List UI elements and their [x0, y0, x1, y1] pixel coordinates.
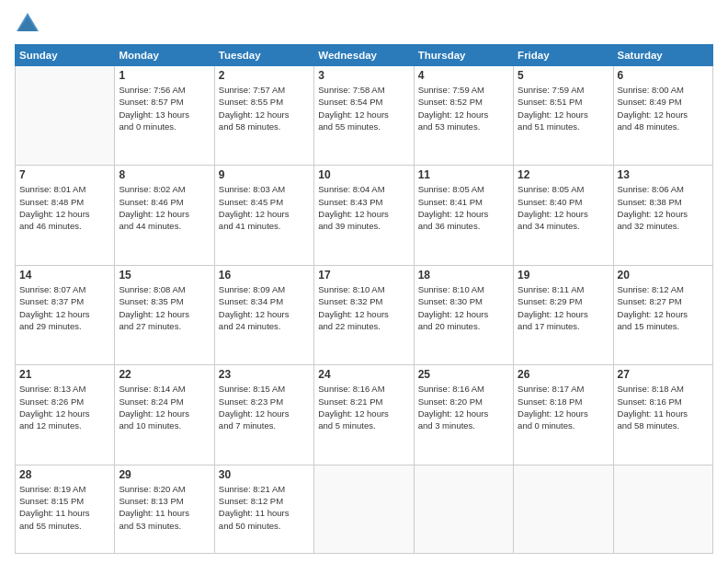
day-info: Sunrise: 8:16 AM Sunset: 8:20 PM Dayligh…: [418, 383, 509, 431]
day-number: 12: [518, 168, 609, 181]
day-info: Sunrise: 8:09 AM Sunset: 8:34 PM Dayligh…: [219, 283, 310, 332]
day-number: 14: [19, 269, 110, 282]
day-number: 7: [19, 168, 110, 181]
week-row-2: 7Sunrise: 8:01 AM Sunset: 8:48 PM Daylig…: [16, 166, 713, 265]
day-info: Sunrise: 8:04 AM Sunset: 8:43 PM Dayligh…: [318, 183, 409, 232]
day-info: Sunrise: 7:57 AM Sunset: 8:55 PM Dayligh…: [219, 84, 310, 132]
day-number: 16: [219, 269, 310, 282]
week-row-5: 28Sunrise: 8:19 AM Sunset: 8:15 PM Dayli…: [16, 465, 713, 553]
day-info: Sunrise: 7:56 AM Sunset: 8:57 PM Dayligh…: [119, 84, 210, 132]
day-info: Sunrise: 8:05 AM Sunset: 8:40 PM Dayligh…: [518, 183, 609, 232]
day-info: Sunrise: 7:58 AM Sunset: 8:54 PM Dayligh…: [318, 84, 409, 132]
weekday-header-wednesday: Wednesday: [314, 45, 414, 66]
day-info: Sunrise: 8:07 AM Sunset: 8:37 PM Dayligh…: [19, 283, 110, 332]
day-cell: 11Sunrise: 8:05 AM Sunset: 8:41 PM Dayli…: [414, 166, 513, 265]
day-cell: 12Sunrise: 8:05 AM Sunset: 8:40 PM Dayli…: [514, 166, 613, 265]
day-number: 1: [119, 69, 210, 82]
day-info: Sunrise: 8:20 AM Sunset: 8:13 PM Dayligh…: [119, 483, 210, 532]
day-cell: 7Sunrise: 8:01 AM Sunset: 8:48 PM Daylig…: [16, 166, 115, 265]
week-row-4: 21Sunrise: 8:13 AM Sunset: 8:26 PM Dayli…: [16, 365, 713, 465]
day-info: Sunrise: 8:10 AM Sunset: 8:32 PM Dayligh…: [318, 283, 409, 332]
day-info: Sunrise: 8:21 AM Sunset: 8:12 PM Dayligh…: [219, 483, 310, 532]
day-number: 30: [219, 468, 310, 481]
day-info: Sunrise: 7:59 AM Sunset: 8:52 PM Dayligh…: [418, 84, 509, 132]
day-info: Sunrise: 8:10 AM Sunset: 8:30 PM Dayligh…: [418, 283, 509, 332]
day-cell: 23Sunrise: 8:15 AM Sunset: 8:23 PM Dayli…: [214, 365, 313, 465]
day-cell: 1Sunrise: 7:56 AM Sunset: 8:57 PM Daylig…: [115, 66, 214, 166]
day-cell: 13Sunrise: 8:06 AM Sunset: 8:38 PM Dayli…: [613, 166, 712, 265]
day-cell: [414, 465, 513, 553]
day-info: Sunrise: 8:14 AM Sunset: 8:24 PM Dayligh…: [119, 383, 210, 431]
weekday-header-friday: Friday: [514, 45, 613, 66]
day-number: 19: [518, 269, 609, 282]
day-info: Sunrise: 8:06 AM Sunset: 8:38 PM Dayligh…: [618, 183, 709, 232]
day-cell: 19Sunrise: 8:11 AM Sunset: 8:29 PM Dayli…: [514, 265, 613, 364]
day-info: Sunrise: 8:16 AM Sunset: 8:21 PM Dayligh…: [318, 383, 409, 431]
day-info: Sunrise: 8:19 AM Sunset: 8:15 PM Dayligh…: [19, 483, 110, 532]
day-info: Sunrise: 7:59 AM Sunset: 8:51 PM Dayligh…: [518, 84, 609, 132]
weekday-header-monday: Monday: [115, 45, 214, 66]
day-cell: [613, 465, 712, 553]
page: SundayMondayTuesdayWednesdayThursdayFrid…: [0, 0, 728, 563]
day-info: Sunrise: 8:15 AM Sunset: 8:23 PM Dayligh…: [219, 383, 310, 431]
day-info: Sunrise: 8:01 AM Sunset: 8:48 PM Dayligh…: [19, 183, 110, 232]
day-number: 29: [119, 468, 210, 481]
day-number: 17: [318, 269, 409, 282]
day-cell: 30Sunrise: 8:21 AM Sunset: 8:12 PM Dayli…: [214, 465, 313, 553]
day-info: Sunrise: 8:11 AM Sunset: 8:29 PM Dayligh…: [518, 283, 609, 332]
day-number: 21: [19, 368, 110, 381]
logo-icon: [15, 11, 40, 37]
day-number: 10: [318, 168, 409, 181]
day-cell: 25Sunrise: 8:16 AM Sunset: 8:20 PM Dayli…: [414, 365, 513, 465]
day-cell: 8Sunrise: 8:02 AM Sunset: 8:46 PM Daylig…: [115, 166, 214, 265]
day-info: Sunrise: 8:08 AM Sunset: 8:35 PM Dayligh…: [119, 283, 210, 332]
day-cell: 17Sunrise: 8:10 AM Sunset: 8:32 PM Dayli…: [314, 265, 414, 364]
day-number: 23: [219, 368, 310, 381]
day-cell: 16Sunrise: 8:09 AM Sunset: 8:34 PM Dayli…: [214, 265, 313, 364]
day-cell: 9Sunrise: 8:03 AM Sunset: 8:45 PM Daylig…: [214, 166, 313, 265]
day-number: 28: [19, 468, 110, 481]
weekday-header-saturday: Saturday: [613, 45, 712, 66]
day-cell: 26Sunrise: 8:17 AM Sunset: 8:18 PM Dayli…: [514, 365, 613, 465]
day-info: Sunrise: 8:13 AM Sunset: 8:26 PM Dayligh…: [19, 383, 110, 431]
day-number: 27: [618, 368, 709, 381]
week-row-3: 14Sunrise: 8:07 AM Sunset: 8:37 PM Dayli…: [16, 265, 713, 364]
day-number: 3: [318, 69, 409, 82]
weekday-header-tuesday: Tuesday: [214, 45, 313, 66]
day-number: 26: [518, 368, 609, 381]
day-cell: [314, 465, 414, 553]
day-number: 4: [418, 69, 509, 82]
day-info: Sunrise: 8:17 AM Sunset: 8:18 PM Dayligh…: [518, 383, 609, 431]
weekday-header-thursday: Thursday: [414, 45, 513, 66]
week-row-1: 1Sunrise: 7:56 AM Sunset: 8:57 PM Daylig…: [16, 66, 713, 166]
day-cell: 5Sunrise: 7:59 AM Sunset: 8:51 PM Daylig…: [514, 66, 613, 166]
header: [15, 11, 713, 37]
day-number: 9: [219, 168, 310, 181]
day-cell: 27Sunrise: 8:18 AM Sunset: 8:16 PM Dayli…: [613, 365, 712, 465]
day-cell: 4Sunrise: 7:59 AM Sunset: 8:52 PM Daylig…: [414, 66, 513, 166]
day-cell: 18Sunrise: 8:10 AM Sunset: 8:30 PM Dayli…: [414, 265, 513, 364]
day-cell: [16, 66, 115, 166]
day-info: Sunrise: 8:02 AM Sunset: 8:46 PM Dayligh…: [119, 183, 210, 232]
day-number: 22: [119, 368, 210, 381]
day-cell: 29Sunrise: 8:20 AM Sunset: 8:13 PM Dayli…: [115, 465, 214, 553]
day-number: 20: [618, 269, 709, 282]
day-cell: 14Sunrise: 8:07 AM Sunset: 8:37 PM Dayli…: [16, 265, 115, 364]
day-info: Sunrise: 8:00 AM Sunset: 8:49 PM Dayligh…: [618, 84, 709, 132]
day-info: Sunrise: 8:05 AM Sunset: 8:41 PM Dayligh…: [418, 183, 509, 232]
calendar: SundayMondayTuesdayWednesdayThursdayFrid…: [15, 44, 713, 554]
day-info: Sunrise: 8:03 AM Sunset: 8:45 PM Dayligh…: [219, 183, 310, 232]
day-cell: 3Sunrise: 7:58 AM Sunset: 8:54 PM Daylig…: [314, 66, 414, 166]
day-cell: 24Sunrise: 8:16 AM Sunset: 8:21 PM Dayli…: [314, 365, 414, 465]
day-number: 15: [119, 269, 210, 282]
day-cell: 15Sunrise: 8:08 AM Sunset: 8:35 PM Dayli…: [115, 265, 214, 364]
weekday-header-sunday: Sunday: [16, 45, 115, 66]
day-info: Sunrise: 8:12 AM Sunset: 8:27 PM Dayligh…: [618, 283, 709, 332]
day-cell: 10Sunrise: 8:04 AM Sunset: 8:43 PM Dayli…: [314, 166, 414, 265]
day-number: 25: [418, 368, 509, 381]
day-number: 2: [219, 69, 310, 82]
day-number: 24: [318, 368, 409, 381]
day-number: 13: [618, 168, 709, 181]
day-cell: [514, 465, 613, 553]
day-number: 6: [618, 69, 709, 82]
